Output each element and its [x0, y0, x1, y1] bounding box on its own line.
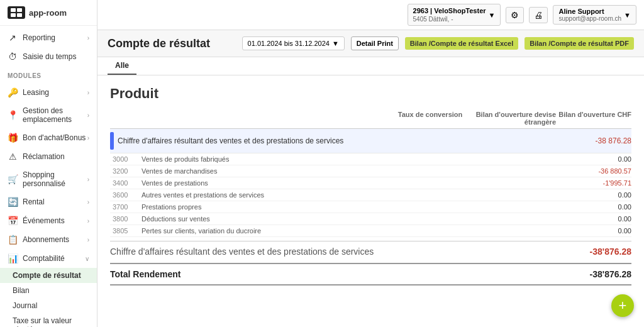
reporting-chevron: › — [87, 35, 89, 42]
sidebar-item-shopping-label: Shopping personnalisé — [23, 170, 87, 188]
date-range-chevron: ▼ — [332, 40, 339, 47]
row-desc: Ventes de produits fabriqués — [142, 155, 392, 163]
sidebar-item-rental-label: Rental — [23, 197, 45, 206]
sidebar-item-evenements[interactable]: 📅 Événements › — [0, 211, 97, 230]
settings-header-icon[interactable]: ⚙ — [506, 7, 524, 23]
sidebar-item-gestion[interactable]: 📍 Gestion des emplacements › — [0, 102, 97, 128]
modules-label: MODULES — [0, 69, 97, 80]
date-range-value: 01.01.2024 bis 31.12.2024 — [248, 40, 330, 47]
sidebar-item-comptabilite-label: Comptabilité — [23, 254, 65, 263]
main-data-row: Chiffre d'affaires résultant des ventes … — [110, 129, 631, 153]
sidebar-item-saisie[interactable]: ⏱ Saisie du temps — [0, 47, 97, 66]
sidebar: app-room ↗ Reporting › ⏱ Saisie du temps… — [0, 0, 97, 327]
comptabilite-icon: 📊 — [8, 253, 18, 263]
row-color-indicator — [110, 132, 114, 150]
sidebar-item-comptabilite[interactable]: 📊 Comptabilité ∨ — [0, 249, 97, 268]
table-row: 3800 Déductions sur ventes 0.00 — [110, 213, 631, 225]
rental-chevron: › — [87, 199, 89, 206]
row-desc: Pertes sur clients, variation du ducroir… — [142, 227, 392, 235]
company-info: 2963 | VeloShopTester 5405 Dättwil, - — [413, 6, 486, 23]
gestion-icon: 📍 — [8, 110, 18, 120]
pdf-button[interactable]: Bilan /Compte de résultat PDF — [525, 37, 634, 50]
row-code: 3805 — [110, 227, 142, 235]
row-desc: Déductions sur ventes — [142, 215, 392, 223]
sidebar-item-reporting[interactable]: ↗ Reporting › — [0, 28, 97, 47]
sidebar-item-reclamation-label: Réclamation — [23, 152, 65, 161]
tabs-bar: Alle — [97, 57, 644, 75]
sidebar-item-leasing[interactable]: 🔑 Leasing › — [0, 83, 97, 102]
rental-icon: 🔄 — [8, 197, 18, 207]
page-title: Compte de résultat — [108, 37, 236, 50]
col-bilan-chf: Bilan d'ouverture CHF — [556, 111, 631, 126]
total-row: Total Rendement -38'876.28 — [110, 263, 631, 285]
comptabilite-chevron: ∨ — [85, 255, 89, 262]
main-content: 2963 | VeloShopTester 5405 Dättwil, - ▼ … — [97, 0, 644, 327]
row-bilan-chf: -36 880.57 — [556, 167, 631, 175]
gestion-chevron: › — [87, 112, 89, 119]
abonnements-icon: 📋 — [8, 235, 18, 245]
shopping-icon: 🛒 — [8, 174, 18, 184]
sidebar-item-leasing-label: Leasing — [23, 88, 49, 97]
sidebar-item-rental[interactable]: 🔄 Rental › — [0, 192, 97, 211]
tab-alle[interactable]: Alle — [108, 57, 136, 75]
fab-add-button[interactable]: + — [611, 294, 634, 317]
row-bilan-chf: -1'995.71 — [556, 179, 631, 187]
summary-row: Chiffre d'affaires résultant des ventes … — [110, 241, 631, 262]
sidebar-sub-journal[interactable]: Journal — [0, 298, 97, 313]
row-bilan-chf: 0.00 — [556, 155, 631, 163]
table-row: 3200 Ventes de marchandises -36 880.57 — [110, 165, 631, 177]
sidebar-sub-taxe[interactable]: Taxe sur la valeur ajoutée — [0, 313, 97, 327]
row-code: 3800 — [110, 215, 142, 223]
print-header-icon[interactable]: 🖨 — [529, 7, 548, 23]
content-body: Produit Taux de conversion Bilan d'ouver… — [97, 75, 644, 327]
row-bilan-chf: 0.00 — [556, 215, 631, 223]
logo-text: app-room — [29, 8, 67, 18]
row-code: 3000 — [110, 155, 142, 163]
section-title: Produit — [110, 86, 631, 102]
row-bilan-chf: 0.00 — [556, 227, 631, 235]
sidebar-item-bon[interactable]: 🎁 Bon d'achat/Bonus › — [0, 128, 97, 147]
detail-print-button[interactable]: Detail Print — [351, 36, 399, 50]
row-desc: Autres ventes et prestations de services — [142, 191, 392, 199]
sidebar-sub-bilan[interactable]: Bilan — [0, 283, 97, 298]
row-code: 3600 — [110, 191, 142, 199]
sidebar-item-reclamation[interactable]: ⚠ Réclamation — [0, 147, 97, 166]
row-code: 3400 — [110, 179, 142, 187]
sidebar-item-saisie-label: Saisie du temps — [23, 52, 76, 61]
table-row: 3400 Ventes de prestations -1'995.71 — [110, 177, 631, 189]
content-header: Compte de résultat 01.01.2024 bis 31.12.… — [97, 30, 644, 57]
company-id: 2963 | VeloShopTester — [413, 6, 486, 15]
svg-rect-3 — [17, 13, 22, 17]
evenements-chevron: › — [87, 218, 89, 224]
excel-button[interactable]: Bilan /Compte de résultat Excel — [405, 37, 518, 50]
leasing-chevron: › — [87, 89, 89, 96]
main-row-description: Chiffre d'affaires résultant des ventes … — [115, 136, 392, 145]
top-nav: ↗ Reporting › ⏱ Saisie du temps — [0, 26, 97, 69]
bon-chevron: › — [87, 135, 89, 141]
total-value: -38'876.28 — [590, 269, 631, 279]
company-location: 5405 Dättwil, - — [413, 15, 486, 23]
sidebar-item-abonnements[interactable]: 📋 Abonnements › — [0, 230, 97, 249]
date-range-selector[interactable]: 01.01.2024 bis 31.12.2024 ▼ — [242, 36, 345, 50]
total-label: Total Rendement — [110, 269, 181, 279]
row-code: 3700 — [110, 203, 142, 211]
table-row: 3000 Ventes de produits fabriqués 0.00 — [110, 153, 631, 165]
company-selector[interactable]: 2963 | VeloShopTester 5405 Dättwil, - ▼ — [408, 4, 501, 26]
abonnements-chevron: › — [87, 236, 89, 243]
row-bilan-chf: 0.00 — [556, 191, 631, 199]
sidebar-item-abonnements-label: Abonnements — [23, 235, 69, 244]
col-description — [110, 111, 392, 126]
row-desc: Prestations propres — [142, 203, 392, 211]
col-taux: Taux de conversion — [392, 111, 468, 126]
sidebar-sub-compte-resultat[interactable]: Compte de résultat — [0, 268, 97, 283]
reclamation-icon: ⚠ — [8, 152, 18, 162]
user-email: support@app-room.ch — [558, 15, 621, 22]
shopping-chevron: › — [87, 176, 89, 183]
sidebar-item-shopping[interactable]: 🛒 Shopping personnalisé › — [0, 166, 97, 192]
bon-icon: 🎁 — [8, 133, 18, 143]
user-info: Aline Support support@app-room.ch — [558, 8, 621, 22]
logo-icon — [8, 6, 25, 19]
row-bilan-chf: 0.00 — [556, 203, 631, 211]
user-selector[interactable]: Aline Support support@app-room.ch ▼ — [553, 5, 636, 25]
svg-rect-1 — [17, 8, 22, 12]
